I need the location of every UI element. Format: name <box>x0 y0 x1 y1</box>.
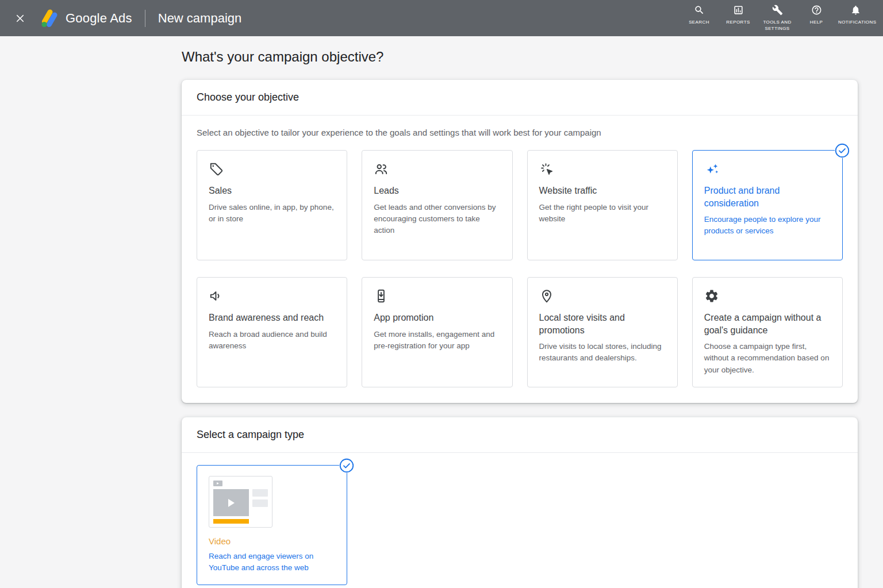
objective-card-description: Choose a campaign type first, without a … <box>704 341 831 376</box>
objective-card-description: Drive visits to local stores, including … <box>539 341 666 364</box>
campaign-type-panel: Select a campaign type <box>182 417 858 588</box>
video-thumbnail <box>209 476 272 528</box>
video-player-logo <box>213 481 222 486</box>
nav-help[interactable]: Help <box>797 2 836 28</box>
objective-grid: Sales Drive sales online, in app, by pho… <box>197 150 843 387</box>
campaign-type-card-video[interactable]: Video Reach and engage viewers on YouTub… <box>197 465 347 585</box>
nav-tools-settings[interactable]: Tools and settings <box>758 2 797 34</box>
brand-name: Google Ads <box>66 11 132 26</box>
search-icon <box>694 5 705 18</box>
speaker-icon <box>209 289 335 305</box>
objective-card-title: Brand awareness and reach <box>209 312 335 324</box>
campaign-type-panel-title: Select a campaign type <box>197 429 843 441</box>
objective-card-title: Website traffic <box>539 185 666 197</box>
video-ad-bar <box>213 519 249 524</box>
nav-label: Reports <box>726 20 750 26</box>
video-suggestion-item <box>252 499 268 507</box>
nav-search[interactable]: Search <box>679 2 719 28</box>
objective-card-description: Get more installs, engagement and pre-re… <box>374 329 500 352</box>
objective-card-title: Product and brand consideration <box>704 185 831 209</box>
notifications-icon <box>850 5 861 18</box>
sparkles-icon <box>704 162 831 178</box>
objective-card-description: Get leads and other conversions by encou… <box>374 202 500 237</box>
video-suggestion-item <box>252 489 268 497</box>
topbar-divider <box>145 10 145 27</box>
selected-check-badge <box>339 458 354 473</box>
nav-reports[interactable]: Reports <box>719 2 758 28</box>
objective-card-title: Local store visits and promotions <box>539 312 666 336</box>
reports-icon <box>733 5 744 18</box>
main-content: What's your campaign objective? Choose y… <box>182 49 858 588</box>
topbar: Google Ads New campaign Search Reports T… <box>0 0 883 36</box>
objective-card-local-store-visits[interactable]: Local store visits and promotions Drive … <box>527 277 678 387</box>
objective-card-description: Drive sales online, in app, by phone, or… <box>209 202 335 225</box>
objective-card-product-brand-consideration[interactable]: Product and brand consideration Encourag… <box>692 150 843 260</box>
page-heading: What's your campaign objective? <box>182 49 858 65</box>
close-icon[interactable] <box>11 10 29 27</box>
gear-icon <box>704 289 831 305</box>
nav-label: Tools and settings <box>760 20 794 32</box>
objective-card-description: Reach a broad audience and build awarene… <box>209 329 335 352</box>
campaign-type-title: Video <box>209 536 335 546</box>
nav-label: Notifications <box>838 20 873 26</box>
topbar-page-title: New campaign <box>158 11 242 26</box>
objective-card-title: Sales <box>209 185 335 197</box>
map-pin-icon <box>539 289 666 305</box>
objective-card-title: App promotion <box>374 312 500 324</box>
objective-card-description: Encourage people to explore your product… <box>704 214 831 237</box>
tools-icon <box>772 5 783 18</box>
nav-label: Search <box>689 20 709 26</box>
campaign-type-panel-header: Select a campaign type <box>182 417 858 453</box>
objective-panel: Choose your objective Select an objectiv… <box>182 80 858 403</box>
objective-card-leads[interactable]: Leads Get leads and other conversions by… <box>362 150 512 260</box>
tag-icon <box>209 162 335 178</box>
nav-label: Help <box>810 20 823 26</box>
objective-card-title: Leads <box>374 185 500 197</box>
objective-card-website-traffic[interactable]: Website traffic Get the right people to … <box>527 150 678 260</box>
video-player-screen <box>213 489 249 516</box>
google-ads-logo-icon <box>39 9 60 28</box>
objective-panel-title: Choose your objective <box>197 91 843 103</box>
objective-card-description: Get the right people to visit your websi… <box>539 202 666 225</box>
phone-download-icon <box>374 289 500 305</box>
objective-card-sales[interactable]: Sales Drive sales online, in app, by pho… <box>197 150 347 260</box>
selected-check-badge <box>835 143 850 158</box>
help-icon <box>811 5 822 18</box>
google-ads-brand: Google Ads <box>39 9 132 28</box>
objective-card-title: Create a campaign without a goal's guida… <box>704 312 831 336</box>
cursor-click-icon <box>539 162 666 178</box>
campaign-type-description: Reach and engage viewers on YouTube and … <box>209 551 318 574</box>
objective-panel-subtitle: Select an objective to tailor your exper… <box>197 128 843 137</box>
objective-panel-header: Choose your objective <box>182 80 858 116</box>
objective-card-app-promotion[interactable]: App promotion Get more installs, engagem… <box>362 277 512 387</box>
objective-card-no-goal-guidance[interactable]: Create a campaign without a goal's guida… <box>692 277 843 387</box>
topbar-nav: Search Reports Tools and settings Help N… <box>679 2 875 34</box>
people-icon <box>374 162 500 178</box>
nav-notifications[interactable]: Notifications <box>836 2 875 28</box>
objective-card-brand-awareness[interactable]: Brand awareness and reach Reach a broad … <box>197 277 347 387</box>
